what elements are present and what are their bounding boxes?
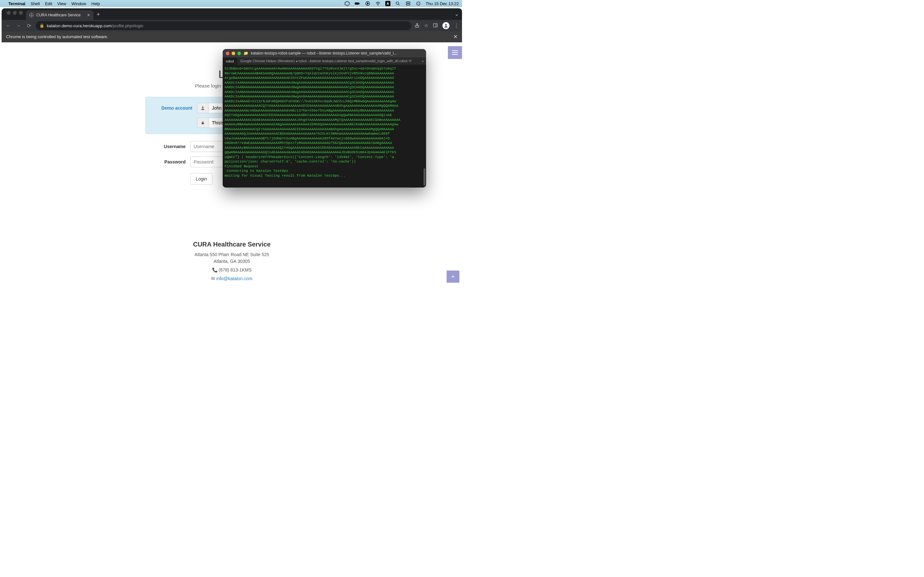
- play-circle-icon[interactable]: [365, 1, 371, 6]
- browser-tab[interactable]: CURA Healthcare Service ✕: [26, 10, 94, 20]
- username-label: Username: [145, 144, 190, 149]
- window-maximize-icon[interactable]: [19, 11, 23, 15]
- footer-address-1: Atlanta 550 Pharr Road NE Suite 525: [2, 251, 462, 258]
- spotlight-icon[interactable]: [395, 1, 401, 6]
- svg-point-15: [445, 24, 447, 26]
- url-host: katalon-demo-cura.herokuapp.com: [47, 23, 111, 28]
- new-tab-button[interactable]: +: [94, 11, 103, 20]
- svg-rect-9: [406, 4, 410, 5]
- terminal-close-icon[interactable]: [226, 52, 229, 55]
- svg-line-7: [399, 4, 399, 5]
- footer-email: ✉ info@katalon.com: [2, 276, 462, 282]
- terminal-output[interactable]: Sz3bBeu6+DmVVLgAAAAAAAAAV4wANAAAAAAAAAAA…: [223, 65, 426, 187]
- terminal-tab-2[interactable]: Google Chrome Helper (Renderer) ◂ robot …: [237, 57, 415, 65]
- terminal-tab-2-label: Google Chrome Helper (Renderer) ◂ robot …: [240, 59, 407, 63]
- svg-point-11: [417, 3, 419, 5]
- unity-icon[interactable]: [344, 1, 350, 6]
- terminal-window[interactable]: 📁 katalon-testops-robot-sample — robot -…: [223, 49, 426, 187]
- url-path: /profile.php#login: [111, 23, 144, 28]
- footer-phone-text: (678) 813-1KMS: [219, 268, 252, 272]
- chrome-menu-icon[interactable]: ⋮: [454, 23, 459, 29]
- demo-account-label: Demo account: [152, 105, 197, 111]
- address-bar[interactable]: 🔒 katalon-demo-cura.herokuapp.com/profil…: [36, 21, 411, 30]
- spinner-icon: ⟳: [409, 59, 412, 63]
- terminal-tab-1[interactable]: robot: [223, 57, 237, 65]
- lock-icon: [197, 118, 208, 128]
- share-icon[interactable]: [415, 23, 420, 29]
- reload-button[interactable]: ⟳: [25, 23, 32, 29]
- svg-marker-4: [367, 3, 368, 4]
- sidepanel-icon[interactable]: [433, 23, 438, 29]
- battery-icon[interactable]: [355, 1, 360, 6]
- window-minimize-icon[interactable]: [13, 11, 17, 15]
- menu-window[interactable]: Window: [71, 1, 86, 6]
- login-button[interactable]: Login: [190, 173, 213, 185]
- siri-icon[interactable]: [415, 1, 421, 6]
- macos-menubar: Terminal Shell Edit View Window Help A T: [0, 0, 462, 7]
- terminal-maximize-icon[interactable]: [237, 52, 241, 55]
- svg-rect-8: [406, 2, 410, 3]
- toolbar-right: ☆ ⋮: [415, 22, 459, 29]
- svg-point-6: [396, 2, 399, 5]
- bookmark-icon[interactable]: ☆: [424, 23, 428, 29]
- lock-icon: 🔒: [39, 23, 44, 28]
- terminal-minimize-icon[interactable]: [232, 52, 235, 55]
- svg-marker-0: [345, 1, 349, 5]
- svg-rect-13: [433, 23, 437, 27]
- chrome-toolbar: ← → ⟳ 🔒 katalon-demo-cura.herokuapp.com/…: [2, 20, 462, 31]
- profile-avatar-icon[interactable]: [443, 22, 449, 29]
- terminal-scrollbar[interactable]: [423, 168, 425, 185]
- svg-point-5: [378, 5, 378, 5]
- menu-shell[interactable]: Shell: [31, 1, 40, 6]
- forward-button[interactable]: →: [15, 23, 22, 29]
- password-label: Password: [145, 159, 190, 164]
- svg-rect-2: [359, 3, 360, 4]
- footer-title: CURA Healthcare Service: [2, 241, 462, 248]
- chrome-tabstrip: CURA Healthcare Service ✕ + ⌄: [2, 8, 462, 20]
- automation-infobar: Chrome is being controlled by automated …: [2, 31, 462, 42]
- svg-rect-16: [452, 50, 458, 51]
- tab-title: CURA Healthcare Service: [36, 13, 81, 17]
- svg-rect-20: [202, 122, 204, 124]
- folder-icon: 📁: [244, 51, 248, 55]
- page-footer: CURA Healthcare Service Atlanta 550 Phar…: [2, 241, 462, 282]
- footer-address-2: Atlanta, GA 30305: [2, 258, 462, 265]
- terminal-window-controls: [226, 52, 241, 55]
- menubar-left: Terminal Shell Edit View Window Help: [3, 1, 100, 6]
- terminal-titlebar[interactable]: 📁 katalon-testops-robot-sample — robot -…: [223, 49, 426, 57]
- back-button[interactable]: ←: [5, 23, 12, 29]
- scroll-to-top-button[interactable]: [447, 271, 459, 283]
- menubar-right: A Thu 15 Dec 13:22: [344, 1, 459, 6]
- terminal-tabs: robot Google Chrome Helper (Renderer) ◂ …: [223, 57, 426, 65]
- control-center-icon[interactable]: [405, 1, 411, 6]
- footer-phone: 📞 (678) 813-1KMS: [2, 267, 462, 274]
- menu-help[interactable]: Help: [91, 1, 100, 6]
- hamburger-menu-button[interactable]: [448, 46, 462, 59]
- wifi-icon[interactable]: [375, 1, 381, 6]
- globe-icon: [29, 13, 34, 17]
- menu-view[interactable]: View: [57, 1, 66, 6]
- tab-close-icon[interactable]: ✕: [87, 13, 90, 17]
- svg-rect-17: [452, 52, 458, 53]
- menubar-clock[interactable]: Thu 15 Dec 13:22: [426, 1, 459, 6]
- window-close-icon[interactable]: [7, 11, 11, 15]
- svg-rect-1: [355, 3, 359, 5]
- svg-rect-18: [452, 54, 458, 55]
- svg-point-19: [202, 106, 204, 108]
- footer-email-link[interactable]: info@katalon.com: [216, 276, 252, 281]
- terminal-title: katalon-testops-robot-sample — robot --l…: [251, 51, 423, 55]
- infobar-close-icon[interactable]: ✕: [453, 34, 457, 40]
- phone-icon: 📞: [212, 268, 218, 272]
- window-controls: [4, 11, 26, 17]
- user-icon: [197, 103, 208, 113]
- envelope-icon: ✉: [211, 276, 215, 281]
- input-a-icon[interactable]: A: [385, 1, 391, 6]
- infobar-text: Chrome is being controlled by automated …: [6, 34, 108, 39]
- tabs-dropdown-icon[interactable]: ⌄: [455, 11, 459, 17]
- menu-edit[interactable]: Edit: [45, 1, 52, 6]
- terminal-new-tab-button[interactable]: +: [422, 59, 424, 64]
- menubar-app-name[interactable]: Terminal: [8, 1, 25, 6]
